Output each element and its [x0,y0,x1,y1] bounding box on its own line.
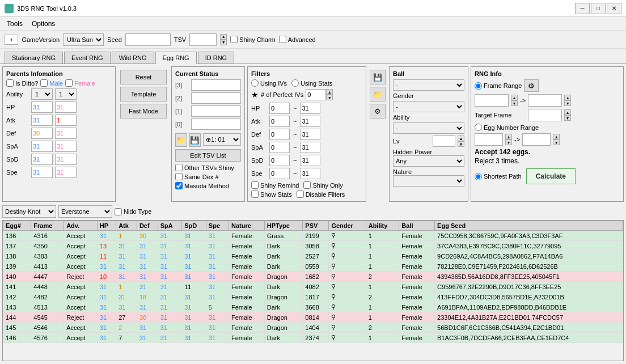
table-row[interactable]: 1454546Accept31231313131FemaleDragon1404… [3,323,623,333]
table-row[interactable]: 1464576Accept31731313131FemaleDark2374⚲1… [3,333,623,343]
menu-tools[interactable]: Tools [2,19,27,29]
male-checkbox[interactable] [40,79,48,87]
frame-min-down[interactable]: ▼ [511,100,518,106]
status-2-input[interactable]: C4F795B2 [191,92,241,104]
male-check[interactable]: Male [40,79,63,87]
frame-max-down[interactable]: ▼ [564,100,571,106]
spa-filter-max[interactable] [300,142,320,153]
game-version-select[interactable]: Ultra Sun [63,33,104,46]
target-frame-input[interactable]: 4576 [528,109,562,121]
lv-input[interactable]: 12 [433,136,455,147]
shiny-only-checkbox[interactable] [303,181,311,189]
tab-id-rng[interactable]: ID RNG [198,52,235,64]
table-row[interactable]: 1374350Accept133131313131FemaleDark3058⚲… [3,241,623,251]
table-row[interactable]: 1414448Accept31131311131FemaleDark4082⚲1… [3,282,623,292]
nido-type-check[interactable]: Nido Type [115,208,151,215]
target-frame-down[interactable]: ▼ [564,115,571,121]
table-row[interactable]: 1394413Accept313131313131FemaleDark0559⚲… [3,261,623,272]
shortest-path-radio[interactable]: Shortest Path [475,173,522,180]
ability-select-1[interactable]: 1 [31,88,53,100]
def-filter-max[interactable] [300,129,320,140]
other-tsv-shiny-checkbox[interactable] [175,164,183,171]
shiny-charm-check-label[interactable]: Shiny Charm [230,36,276,43]
hp-filter-max[interactable] [300,103,320,114]
egg-num-min-down[interactable]: ▼ [505,139,512,145]
calculate-button[interactable]: Calculate [526,168,576,184]
frame-min-up[interactable]: ▲ [511,95,518,100]
tab-event-rng[interactable]: Event RNG [64,52,111,64]
using-ivs-input[interactable] [251,79,259,87]
hp-input-2[interactable] [55,101,77,113]
using-ivs-radio[interactable]: Using IVs [251,79,287,87]
table-row[interactable]: 1434513Accept31313131315FemaleDark3668⚲1… [3,302,623,312]
egg-num-min-up[interactable]: ▲ [505,134,512,139]
filter-settings-button[interactable]: ⚙ [370,104,386,118]
minimize-button[interactable]: ─ [575,3,590,14]
show-stats-checkbox[interactable] [251,191,259,198]
plus-button[interactable]: + [5,35,18,45]
spe-filter-min[interactable] [269,168,290,179]
spd-filter-min[interactable] [269,155,290,166]
table-row[interactable]: 1364316Accept31130313131FemaleGrass2199⚲… [3,231,623,241]
disable-filters-checkbox[interactable] [297,191,304,198]
status-1-input[interactable]: AB2B3ED5 [191,105,241,117]
save-button[interactable]: 💾 [189,133,201,147]
spd-input-2[interactable] [55,154,77,165]
tsv-up-button[interactable]: ▲ [220,34,227,40]
ball-select[interactable]: - [393,79,464,91]
show-stats-check[interactable]: Show Stats [251,191,292,198]
female-check[interactable]: Female [65,79,95,87]
spe-filter-max[interactable] [300,168,320,179]
shiny-only-check[interactable]: Shiny Only [303,181,342,189]
atk-filter-min[interactable] [269,116,290,127]
egg-num-max-up[interactable]: ▲ [553,134,560,139]
fast-mode-button[interactable]: Fast Mode [120,104,167,118]
egg-num-max-down[interactable]: ▼ [553,139,560,145]
advanced-check-label[interactable]: Advanced [279,36,316,43]
egg-number-range-input[interactable] [475,124,482,131]
spd-filter-max[interactable] [300,155,320,166]
tab-egg-rng[interactable]: Egg RNG [155,52,197,64]
hp-filter-min[interactable] [269,103,290,114]
spa-input-1[interactable] [31,141,53,152]
table-row[interactable]: 1424482Accept313118313131FemaleDragon181… [3,292,623,302]
nido-type-checkbox[interactable] [115,208,122,215]
nature-select[interactable] [393,175,464,187]
def-input-1[interactable] [31,128,53,139]
destiny-knot-select[interactable]: Destiny Knot [2,205,56,218]
tsv-dropdown[interactable]: ⊕1: 01 [203,133,241,146]
tab-wild-rng[interactable]: Wild RNG [112,52,154,64]
def-input-2[interactable] [55,128,77,139]
frame-min-input[interactable]: 478 [475,94,509,107]
hp-input-1[interactable] [31,101,53,113]
lv-up-button[interactable]: ▲ [458,136,464,141]
reset-button[interactable]: Reset [120,70,167,84]
status-0-input[interactable]: C9F56420 [191,118,241,130]
maximize-button[interactable]: □ [591,3,606,14]
table-row[interactable]: 1404447Reject103131313131FemaleDragon168… [3,272,623,282]
tsv-down-button[interactable]: ▼ [220,40,227,45]
tab-stationary-rng[interactable]: Stationary RNG [5,52,63,64]
shiny-charm-checkbox[interactable] [230,36,238,43]
is-ditto-check[interactable]: Is Ditto? [6,79,38,87]
using-stats-radio[interactable]: Using Stats [291,79,332,87]
spe-input-2[interactable] [55,167,77,178]
tsv-input[interactable]: 2374 [189,33,217,46]
status-3-input[interactable]: 32211968 [191,79,241,91]
rng-settings-button[interactable]: ⚙ [524,79,539,92]
results-table-container[interactable]: Egg# Frame Adv. HP Atk Def SpA SpD Spe N… [2,220,624,361]
masuda-method-checkbox[interactable] [175,182,183,189]
ability-select-2[interactable]: 1 [55,88,77,100]
spe-input-1[interactable] [31,167,53,178]
perfect-ivs-up[interactable]: ▲ [326,89,333,95]
menu-options[interactable]: Options [27,19,60,29]
frame-range-input[interactable] [475,82,482,90]
hidden-power-select[interactable]: Any [393,155,464,167]
masuda-method-check[interactable]: Masuda Method [175,182,241,189]
perfect-ivs-input[interactable] [306,89,326,100]
advanced-checkbox[interactable] [279,36,286,43]
table-row[interactable]: 1444545Reject312730313131FemaleDragon081… [3,312,623,323]
egg-num-max-input[interactable]: 500 [522,133,551,146]
using-stats-input[interactable] [291,79,299,87]
perfect-ivs-down[interactable]: ▼ [326,95,333,100]
